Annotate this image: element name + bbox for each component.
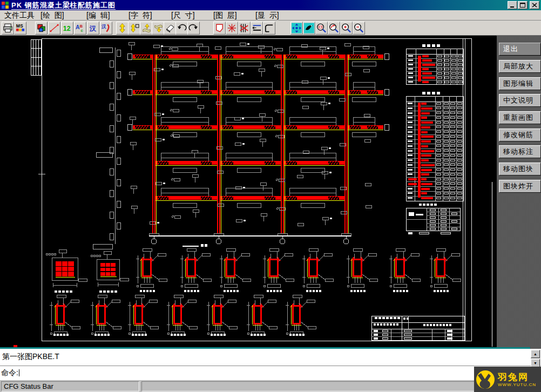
pan-icon[interactable]	[290, 22, 303, 35]
scroll-up-icon[interactable]: ▲	[531, 350, 540, 358]
stretch-down-icon[interactable]	[152, 22, 164, 35]
zoom-out-icon[interactable]	[353, 22, 365, 35]
status-panel-main: CFG Status Bar	[1, 381, 139, 391]
menu-item-0[interactable]: 文件工具	[4, 11, 35, 21]
fillet-icon[interactable]	[263, 22, 275, 35]
msdos-icon[interactable]: MS	[14, 22, 26, 35]
svg-text:MS: MS	[16, 23, 23, 29]
app-logo-icon	[2, 2, 9, 9]
region-select-icon[interactable]	[213, 22, 226, 35]
sidebar-button-5[interactable]: 修改钢筋	[499, 129, 541, 141]
stretch-up-icon[interactable]	[140, 22, 152, 35]
zoom-previous-icon[interactable]	[328, 22, 340, 35]
trim-icon[interactable]	[238, 22, 251, 35]
watermark-url: WWW.YUTU.CN	[498, 382, 536, 387]
watermark-name: 羽兔网	[498, 372, 536, 382]
bird-view-icon[interactable]	[303, 22, 315, 35]
menu-bar: 文件工具[绘 图][编 辑][字 符][尺 寸][图 层][显 示]	[0, 10, 541, 21]
scroll-down-icon[interactable]: ▼	[531, 359, 540, 367]
menu-item-1[interactable]: [绘 图]	[40, 11, 64, 21]
message-line: 第一张图PKBE.T	[2, 352, 59, 362]
sidebar-button-3[interactable]: 中文说明	[499, 94, 541, 107]
maximize-button[interactable]	[518, 1, 528, 9]
eraser-icon[interactable]	[164, 22, 176, 35]
menu-item-2[interactable]: [编 辑]	[86, 11, 110, 21]
draw-line-icon[interactable]	[48, 22, 60, 35]
sidebar-button-2[interactable]: 图形编辑	[499, 77, 541, 90]
svg-text:汉: 汉	[101, 24, 106, 29]
command-prompt-label: 命令:	[1, 368, 18, 377]
cad-drawing[interactable]	[0, 36, 497, 347]
abc-text-icon[interactable]: ABc	[74, 22, 86, 35]
close-button[interactable]	[530, 1, 539, 9]
window-title: PK 钢筋混凝土梁柱配筋施工图	[11, 1, 116, 10]
hanzi-convert-icon[interactable]: 汉	[100, 22, 112, 35]
status-bar: CFG Status Bar	[0, 380, 541, 392]
watermark: 羽兔网 WWW.YUTU.CN	[474, 367, 541, 392]
offset-icon[interactable]	[251, 22, 263, 35]
move-vertical-copy-icon[interactable]	[128, 22, 140, 35]
drawing-canvas[interactable]	[0, 36, 497, 347]
command-scrollbar[interactable]: ▲ ▼	[531, 350, 540, 368]
sidebar-menu: 退出局部放大图形编辑中文说明重新画图修改钢筋移动标注移动图块图块炸开	[497, 36, 541, 349]
command-input[interactable]: 命令:	[1, 368, 19, 378]
toolbar: MS12ABc汉汉	[0, 21, 541, 36]
app-window: PK 钢筋混凝土梁柱配筋施工图 文件工具[绘 图][编 辑][字 符][尺 寸]…	[0, 0, 541, 392]
minimize-button[interactable]	[508, 1, 517, 9]
move-vertical-icon[interactable]	[116, 22, 129, 35]
snap-point-icon[interactable]	[226, 22, 238, 35]
command-divider	[0, 366, 541, 367]
status-panel-secondary	[141, 381, 527, 391]
menu-item-6[interactable]: [显 示]	[255, 11, 279, 21]
yutu-rabbit-logo	[474, 368, 497, 391]
hanzi-icon[interactable]: 汉	[87, 22, 99, 35]
menu-item-4[interactable]: [尺 寸]	[171, 11, 195, 21]
sidebar-button-1[interactable]: 局部放大	[499, 60, 541, 73]
sidebar-button-6[interactable]: 移动标注	[499, 145, 541, 158]
menu-item-5[interactable]: [图 层]	[213, 11, 237, 21]
color-palette-icon[interactable]	[35, 22, 48, 35]
command-area: 第一张图PKBE.T 命令:	[0, 349, 541, 380]
text-caret	[19, 369, 19, 376]
sidebar-button-7[interactable]: 移动图块	[499, 163, 541, 175]
menu-item-3[interactable]: [字 符]	[129, 11, 152, 21]
window-controls	[507, 1, 539, 9]
zoom-in-icon[interactable]	[340, 22, 353, 35]
print-icon[interactable]	[2, 22, 14, 35]
svg-text:c: c	[80, 28, 83, 33]
text-size-icon[interactable]: 12	[61, 22, 73, 35]
sidebar-button-0[interactable]: 退出	[499, 43, 541, 56]
undo-icon[interactable]	[175, 22, 188, 35]
sidebar-button-8[interactable]: 图块炸开	[499, 180, 541, 193]
svg-text:汉: 汉	[89, 25, 97, 32]
titlebar: PK 钢筋混凝土梁柱配筋施工图	[0, 0, 541, 10]
sidebar-button-4[interactable]: 重新画图	[499, 111, 541, 124]
redo-icon[interactable]	[187, 22, 200, 35]
svg-text:12: 12	[63, 25, 71, 32]
zoom-window-icon[interactable]	[315, 22, 328, 35]
